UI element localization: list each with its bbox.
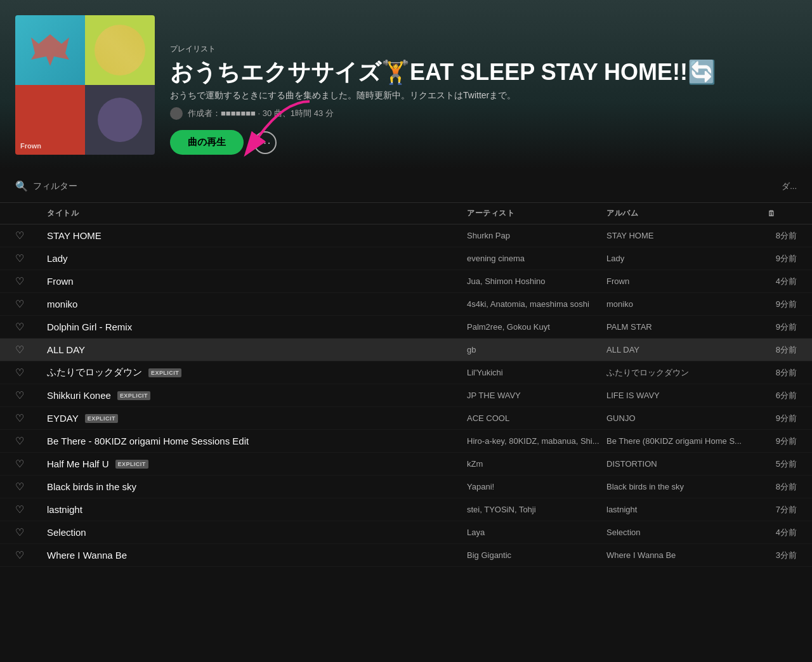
track-like-button[interactable]: ♡ [15,367,47,379]
track-like-button[interactable]: ♡ [15,298,47,310]
track-album: ふたりでロックダウン [606,367,746,379]
more-options-button[interactable]: ··· [254,131,277,154]
track-title: Half Me Half U [47,458,109,469]
track-album: Black birds in the sky [606,482,746,491]
track-title-col: Shikkuri KoneeEXPLICIT [47,390,467,401]
explicit-badge: EXPLICIT [115,460,148,469]
track-row[interactable]: ♡Half Me Half UEXPLICITkZmDISTORTION5分前 [0,453,812,476]
track-row[interactable]: ♡ALL DAYgbALL DAY8分前 [0,339,812,361]
track-title: ふたりでロックダウン [47,367,142,379]
track-added-time: 9分前 [746,321,797,333]
hero-actions: 曲の再生 ··· [170,130,797,155]
playlist-type-label: プレイリスト [170,44,797,55]
track-row[interactable]: ♡STAY HOMEShurkn PapSTAY HOME8分前 [0,224,812,247]
track-added-time: 8分前 [746,367,797,379]
filter-label: フィルター [33,181,77,192]
track-row[interactable]: ♡Dolphin Girl - RemixPalm2ree, Gokou Kuy… [0,316,812,339]
track-like-button[interactable]: ♡ [15,275,47,287]
play-button[interactable]: 曲の再生 [170,130,244,155]
track-title: Shikkuri Konee [47,390,111,401]
track-added-time: 4分前 [746,527,797,538]
track-artist: evening cinema [467,254,606,263]
explicit-badge: EXPLICIT [85,414,118,423]
album-cover-4 [85,85,155,155]
track-row[interactable]: ♡ふたりでロックダウンEXPLICITLil'Yukichiふたりでロックダウン… [0,361,812,384]
track-like-button[interactable]: ♡ [15,435,47,447]
playlist-title: おうちエクササイズ🏋️EAT SLEEP STAY HOME!!🔄 [170,60,797,85]
track-row[interactable]: ♡SelectionLayaSelection4分前 [0,521,812,544]
playlist-meta-text: 作成者：■■■■■■■ · 30 曲、1時間 43 分 [188,108,334,119]
track-title-col: Where I Wanna Be [47,550,467,561]
track-like-button[interactable]: ♡ [15,481,47,493]
track-title: Selection [47,527,86,538]
track-list: タイトル アーティスト アルバム 🗓 ♡STAY HOMEShurkn PapS… [0,203,812,567]
track-like-button[interactable]: ♡ [15,526,47,538]
track-like-button[interactable]: ♡ [15,389,47,401]
track-title: Be There - 80KIDZ origami Home Sessions … [47,436,249,446]
track-artist: gb [467,345,606,354]
track-like-button[interactable]: ♡ [15,321,47,333]
track-title: lastnight [47,504,82,515]
track-artist: Laya [467,528,606,537]
track-album: Be There (80KIDZ origami Home S... [606,436,746,446]
track-title-col: Black birds in the sky [47,481,467,492]
track-title: Frown [47,276,74,287]
track-added-time: 9分前 [746,413,797,424]
track-like-button[interactable]: ♡ [15,549,47,561]
track-artist: ACE COOL [467,413,606,423]
track-row[interactable]: ♡Black birds in the skyYapani!Black bird… [0,476,812,498]
track-row[interactable]: ♡FrownJua, Shimon HoshinoFrown4分前 [0,270,812,293]
track-row[interactable]: ♡moniko4s4ki, Anatomia, maeshima soshimo… [0,293,812,316]
track-added-time: 5分前 [746,458,797,470]
track-title-col: Be There - 80KIDZ origami Home Sessions … [47,436,467,446]
track-like-button[interactable]: ♡ [15,412,47,424]
track-like-button[interactable]: ♡ [15,503,47,516]
track-title: EYDAY [47,413,79,424]
track-artist: stei, TYOSiN, Tohji [467,505,606,514]
track-title-col: STAY HOME [47,230,467,241]
track-added-time: 4分前 [746,276,797,287]
album-cover-3 [15,85,85,155]
track-artist: Jua, Shimon Hoshino [467,276,606,286]
album-cover-2 [85,15,155,85]
track-title: STAY HOME [47,230,102,241]
creator-avatar [170,107,183,120]
track-like-button[interactable]: ♡ [15,344,47,356]
track-row[interactable]: ♡EYDAYEXPLICITACE COOLGUNJO9分前 [0,407,812,430]
track-album: STAY HOME [606,231,746,240]
track-title-col: ふたりでロックダウンEXPLICIT [47,367,467,379]
track-row[interactable]: ♡Ladyevening cinemaLady9分前 [0,247,812,270]
header-like-col [15,208,47,219]
track-row[interactable]: ♡Be There - 80KIDZ origami Home Sessions… [0,430,812,453]
playlist-description: おうちで運動するときにする曲を集めました。随時更新中。リクエストはTwitter… [170,89,797,102]
track-album: Frown [606,276,746,286]
playlist-cover-grid [15,15,155,155]
track-rows-container: ♡STAY HOMEShurkn PapSTAY HOME8分前♡Ladyeve… [0,224,812,567]
track-title-col: Lady [47,253,467,264]
hero-info: プレイリスト おうちエクササイズ🏋️EAT SLEEP STAY HOME!!🔄… [170,44,797,155]
track-like-button[interactable]: ♡ [15,458,47,470]
track-like-button[interactable]: ♡ [15,252,47,264]
header-time-col: 🗓 [746,208,797,219]
track-title-col: Dolphin Girl - Remix [47,321,467,332]
track-artist: JP THE WAVY [467,391,606,400]
track-added-time: 3分前 [746,550,797,561]
track-row[interactable]: ♡lastnightstei, TYOSiN, Tohjilastnight7分… [0,498,812,521]
track-title-col: Selection [47,527,467,538]
track-artist: Palm2ree, Gokou Kuyt [467,322,606,332]
track-added-time: 8分前 [746,481,797,493]
track-artist: Shurkn Pap [467,231,606,240]
track-album: DISTORTION [606,459,746,469]
header-album-col: アルバム [606,208,746,219]
album-cover-1 [15,15,85,85]
track-row[interactable]: ♡Shikkuri KoneeEXPLICITJP THE WAVYLIFE I… [0,384,812,407]
track-like-button[interactable]: ♡ [15,230,47,242]
track-added-time: 8分前 [746,230,797,242]
track-album: ALL DAY [606,345,746,354]
play-button-container: 曲の再生 [170,130,244,155]
search-icon: 🔍 [15,180,28,192]
track-artist: Big Gigantic [467,550,606,560]
track-row[interactable]: ♡Where I Wanna BeBig GiganticWhere I Wan… [0,544,812,567]
track-title: ALL DAY [47,344,85,355]
track-title: Lady [47,253,68,264]
